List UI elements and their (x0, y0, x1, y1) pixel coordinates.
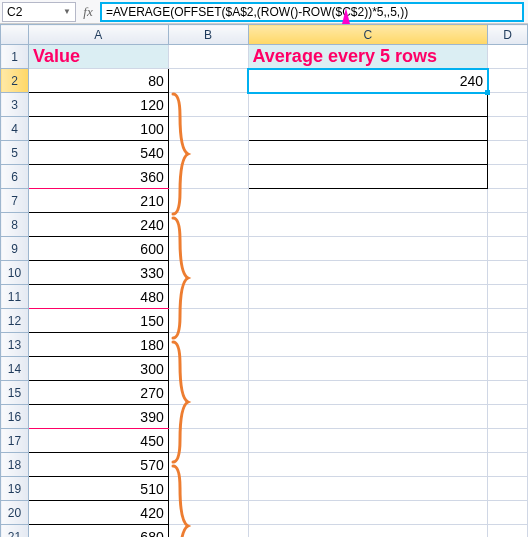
row-header[interactable]: 13 (1, 333, 29, 357)
cell[interactable] (168, 501, 248, 525)
cell[interactable] (248, 429, 488, 453)
cell[interactable] (488, 165, 528, 189)
cell[interactable] (168, 405, 248, 429)
cell[interactable] (168, 333, 248, 357)
result-cell[interactable] (248, 165, 488, 189)
value-cell[interactable]: 480 (28, 285, 168, 309)
value-cell[interactable]: 540 (28, 141, 168, 165)
result-cell[interactable] (248, 117, 488, 141)
cell[interactable] (248, 213, 488, 237)
spreadsheet-grid[interactable]: A B C D 1 Value Average every 5 rows 2 8… (0, 24, 528, 537)
cell[interactable] (488, 357, 528, 381)
cell[interactable] (488, 141, 528, 165)
cell[interactable] (248, 237, 488, 261)
row-header[interactable]: 14 (1, 357, 29, 381)
value-cell[interactable]: 80 (28, 69, 168, 93)
cell[interactable] (488, 261, 528, 285)
cell[interactable] (168, 237, 248, 261)
row-header[interactable]: 2 (1, 69, 29, 93)
header-avg[interactable]: Average every 5 rows (248, 45, 488, 69)
row-header[interactable]: 11 (1, 285, 29, 309)
cell[interactable] (168, 93, 248, 117)
formula-input[interactable]: =AVERAGE(OFFSET($A$2,(ROW()-ROW($C$2))*5… (100, 2, 524, 22)
row-header[interactable]: 7 (1, 189, 29, 213)
cell[interactable] (168, 525, 248, 538)
row-header[interactable]: 19 (1, 477, 29, 501)
cell[interactable] (168, 213, 248, 237)
row-header[interactable]: 1 (1, 45, 29, 69)
cell[interactable] (488, 309, 528, 333)
header-value[interactable]: Value (28, 45, 168, 69)
cell[interactable] (488, 333, 528, 357)
row-header[interactable]: 15 (1, 381, 29, 405)
row-header[interactable]: 4 (1, 117, 29, 141)
value-cell[interactable]: 180 (28, 333, 168, 357)
cell[interactable] (168, 189, 248, 213)
col-header-c[interactable]: C (248, 25, 488, 45)
row-header[interactable]: 5 (1, 141, 29, 165)
cell[interactable] (168, 165, 248, 189)
cell[interactable] (488, 525, 528, 538)
value-cell[interactable]: 240 (28, 213, 168, 237)
cell[interactable] (248, 309, 488, 333)
cell[interactable] (488, 501, 528, 525)
cell[interactable] (248, 333, 488, 357)
fx-icon[interactable]: fx (76, 4, 100, 20)
cell[interactable] (248, 357, 488, 381)
name-box[interactable]: C2 ▼ (2, 2, 76, 22)
value-cell[interactable]: 150 (28, 309, 168, 333)
cell[interactable] (488, 477, 528, 501)
cell[interactable] (488, 237, 528, 261)
row-header[interactable]: 6 (1, 165, 29, 189)
row-header[interactable]: 17 (1, 429, 29, 453)
cell[interactable] (168, 261, 248, 285)
cell[interactable] (488, 45, 528, 69)
cell[interactable] (248, 189, 488, 213)
row-header[interactable]: 10 (1, 261, 29, 285)
col-header-a[interactable]: A (28, 25, 168, 45)
value-cell[interactable]: 600 (28, 237, 168, 261)
value-cell[interactable]: 390 (28, 405, 168, 429)
cell[interactable] (168, 141, 248, 165)
value-cell[interactable]: 510 (28, 477, 168, 501)
cell[interactable] (248, 477, 488, 501)
value-cell[interactable]: 360 (28, 165, 168, 189)
cell[interactable] (488, 93, 528, 117)
row-header[interactable]: 8 (1, 213, 29, 237)
row-header[interactable]: 21 (1, 525, 29, 538)
cell[interactable] (488, 117, 528, 141)
cell[interactable] (168, 453, 248, 477)
cell[interactable] (488, 381, 528, 405)
value-cell[interactable]: 420 (28, 501, 168, 525)
cell[interactable] (488, 189, 528, 213)
col-header-b[interactable]: B (168, 25, 248, 45)
value-cell[interactable]: 570 (28, 453, 168, 477)
cell[interactable] (488, 429, 528, 453)
result-cell[interactable] (248, 141, 488, 165)
cell[interactable] (248, 525, 488, 538)
cell[interactable] (168, 117, 248, 141)
value-cell[interactable]: 120 (28, 93, 168, 117)
cell[interactable] (248, 405, 488, 429)
value-cell[interactable]: 450 (28, 429, 168, 453)
cell[interactable] (488, 69, 528, 93)
cell[interactable] (168, 381, 248, 405)
row-header[interactable]: 18 (1, 453, 29, 477)
col-header-d[interactable]: D (488, 25, 528, 45)
cell[interactable] (488, 213, 528, 237)
cell[interactable] (248, 261, 488, 285)
value-cell[interactable]: 330 (28, 261, 168, 285)
row-header[interactable]: 9 (1, 237, 29, 261)
cell[interactable] (248, 285, 488, 309)
cell[interactable] (248, 453, 488, 477)
cell[interactable] (488, 285, 528, 309)
cell[interactable] (488, 453, 528, 477)
cell[interactable] (488, 405, 528, 429)
select-all-corner[interactable] (1, 25, 29, 45)
cell[interactable] (248, 381, 488, 405)
cell[interactable] (168, 309, 248, 333)
cell[interactable] (168, 429, 248, 453)
row-header[interactable]: 3 (1, 93, 29, 117)
result-cell[interactable] (248, 93, 488, 117)
cell[interactable] (168, 45, 248, 69)
